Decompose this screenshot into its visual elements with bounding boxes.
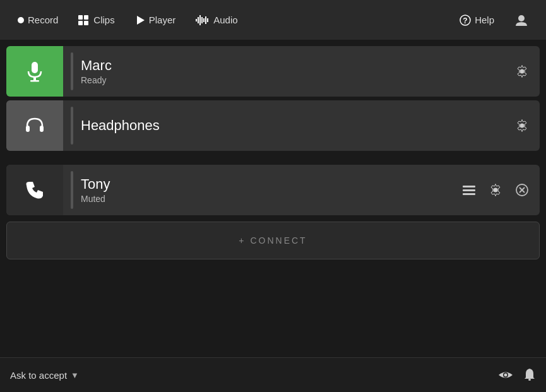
user-avatar[interactable] bbox=[507, 9, 536, 31]
svg-rect-1 bbox=[84, 15, 88, 20]
bottombar: Ask to accept ▼ bbox=[0, 357, 546, 392]
audio-icon bbox=[196, 15, 210, 25]
gear-icon bbox=[489, 183, 502, 197]
marc-divider bbox=[71, 52, 73, 90]
gear-icon bbox=[515, 64, 529, 78]
bell-button[interactable] bbox=[523, 368, 536, 382]
tony-status: Muted bbox=[81, 194, 459, 204]
marc-icon-bg bbox=[6, 46, 63, 97]
ask-to-accept-dropdown[interactable]: Ask to accept ▼ bbox=[10, 370, 79, 381]
svg-point-18 bbox=[520, 69, 525, 74]
marc-info: Marc Ready bbox=[81, 57, 512, 85]
svg-rect-20 bbox=[40, 126, 44, 132]
eye-button[interactable] bbox=[498, 369, 513, 381]
audio-nav[interactable]: Audio bbox=[188, 11, 245, 29]
topbar: Record Clips Player Audio bbox=[0, 0, 546, 40]
list-icon bbox=[462, 183, 476, 197]
gear-icon bbox=[515, 119, 529, 133]
help-nav[interactable]: ? Help bbox=[452, 11, 502, 30]
svg-rect-6 bbox=[198, 17, 199, 23]
tony-divider bbox=[71, 171, 73, 209]
headphones-icon bbox=[24, 115, 45, 136]
marc-card: Marc Ready bbox=[6, 46, 540, 97]
marc-name: Marc bbox=[81, 57, 512, 74]
tony-info: Tony Muted bbox=[81, 176, 459, 204]
ask-accept-label: Ask to accept bbox=[10, 370, 67, 381]
headphones-icon-bg bbox=[6, 100, 63, 151]
phone-icon bbox=[24, 179, 45, 201]
nav-right: ? Help bbox=[452, 9, 536, 31]
eye-icon bbox=[498, 369, 513, 381]
svg-rect-16 bbox=[33, 77, 36, 80]
svg-rect-7 bbox=[199, 15, 201, 25]
svg-rect-15 bbox=[32, 62, 38, 73]
svg-rect-9 bbox=[203, 18, 205, 22]
clips-nav[interactable]: Clips bbox=[71, 11, 122, 30]
tony-name: Tony bbox=[81, 176, 459, 193]
tony-list-button[interactable] bbox=[459, 180, 479, 200]
marc-settings-button[interactable] bbox=[512, 61, 532, 81]
svg-rect-0 bbox=[78, 15, 83, 20]
tony-settings-button[interactable] bbox=[485, 180, 506, 200]
record-nav[interactable]: Record bbox=[10, 11, 66, 29]
marc-actions bbox=[512, 61, 532, 81]
svg-rect-11 bbox=[207, 18, 208, 22]
headphones-actions bbox=[512, 116, 532, 136]
record-dot bbox=[18, 17, 24, 23]
svg-point-14 bbox=[518, 15, 525, 21]
close-icon bbox=[515, 183, 529, 197]
svg-rect-2 bbox=[78, 21, 83, 25]
svg-rect-3 bbox=[84, 21, 88, 25]
help-icon: ? bbox=[460, 15, 471, 26]
player-icon bbox=[135, 15, 145, 25]
marc-status: Ready bbox=[81, 75, 512, 85]
svg-rect-31 bbox=[528, 379, 531, 381]
main-content: Marc Ready Headphones bbox=[0, 40, 546, 266]
help-label: Help bbox=[475, 15, 494, 25]
svg-rect-19 bbox=[26, 126, 30, 132]
svg-rect-22 bbox=[463, 186, 475, 187]
tony-icon-bg bbox=[6, 165, 63, 215]
microphone-icon bbox=[23, 60, 46, 83]
svg-text:?: ? bbox=[463, 16, 467, 25]
headphones-info: Headphones bbox=[81, 117, 512, 134]
tony-close-button[interactable] bbox=[512, 180, 532, 200]
group-separator bbox=[6, 155, 540, 161]
connect-button[interactable]: + CONNECT bbox=[6, 222, 540, 259]
audio-label: Audio bbox=[213, 15, 237, 25]
headphones-name: Headphones bbox=[81, 117, 512, 134]
svg-rect-24 bbox=[463, 193, 475, 195]
clips-label: Clips bbox=[93, 15, 114, 25]
headphones-divider bbox=[71, 107, 73, 145]
player-label: Player bbox=[149, 15, 176, 25]
tony-card: Tony Muted bbox=[6, 165, 540, 215]
svg-point-21 bbox=[520, 124, 525, 128]
chevron-down-icon: ▼ bbox=[71, 371, 79, 380]
player-nav[interactable]: Player bbox=[128, 11, 184, 29]
svg-rect-10 bbox=[205, 16, 206, 24]
bell-icon bbox=[523, 368, 536, 382]
record-label: Record bbox=[28, 15, 58, 25]
tony-actions bbox=[459, 180, 532, 200]
headphones-settings-button[interactable] bbox=[512, 116, 532, 136]
headphones-card: Headphones bbox=[6, 100, 540, 151]
bottom-right-icons bbox=[498, 368, 536, 382]
svg-rect-8 bbox=[201, 17, 203, 23]
svg-rect-17 bbox=[30, 80, 39, 82]
svg-marker-4 bbox=[137, 16, 145, 25]
user-icon bbox=[514, 13, 528, 27]
clips-icon bbox=[78, 15, 90, 26]
svg-rect-5 bbox=[196, 19, 197, 21]
svg-rect-23 bbox=[463, 189, 475, 191]
svg-point-25 bbox=[494, 188, 498, 193]
connect-label: + CONNECT bbox=[239, 235, 307, 246]
svg-point-30 bbox=[504, 374, 507, 377]
